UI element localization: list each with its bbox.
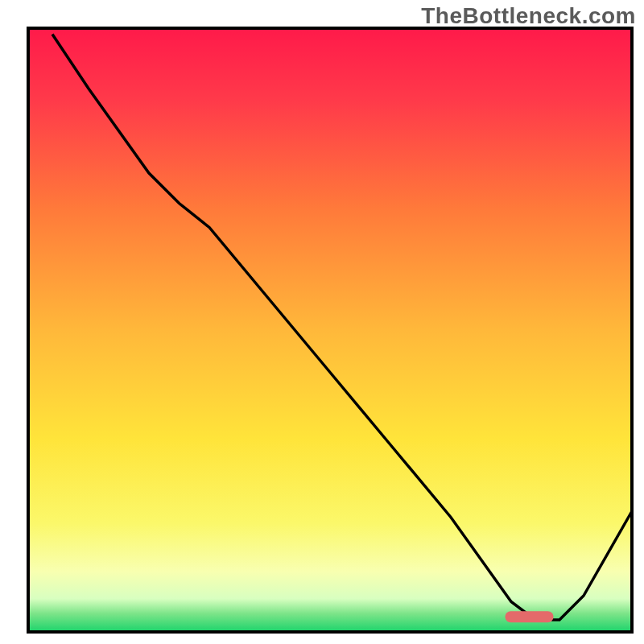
optimum-marker [506, 611, 554, 622]
chart-container: TheBottleneck.com [0, 0, 644, 644]
plot-background [28, 28, 632, 632]
bottleneck-chart [0, 0, 644, 644]
